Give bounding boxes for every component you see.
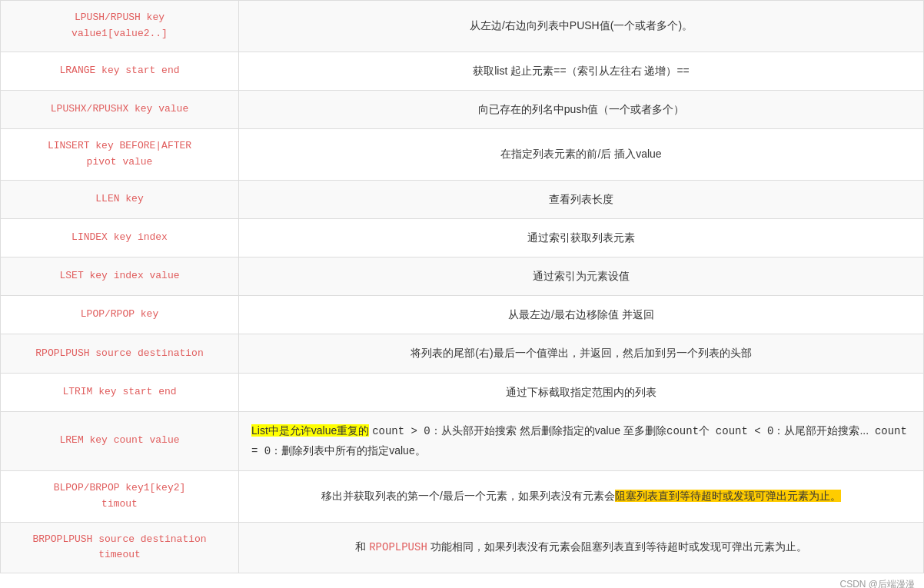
description-cell: 从左边/右边向列表中PUSH值(一个或者多个)。: [239, 1, 924, 52]
command-cell: BRPOPLPUSH source destination timeout: [1, 522, 239, 573]
table-row: LPUSHX/RPUSHX key value向已存在的列名中push值（一个或…: [1, 90, 924, 128]
table-row: LREM key count valueList中是允许value重复的 cou…: [1, 411, 924, 470]
table-row: LPOP/RPOP key从最左边/最右边移除值 并返回: [1, 296, 924, 334]
table-row: BLPOP/BRPOP key1[key2] timout移出并获取列表的第一个…: [1, 471, 924, 523]
table-row: LINDEX key index通过索引获取列表元素: [1, 218, 924, 257]
table-row: LRANGE key start end获取list 起止元素==（索引从左往右…: [1, 51, 924, 90]
table-row: LTRIM key start end通过下标截取指定范围内的列表: [1, 373, 924, 411]
table-row: LINSERT key BEFORE|AFTER pivot value在指定列…: [1, 128, 924, 180]
table-row: BRPOPLPUSH source destination timeout和 R…: [1, 522, 924, 573]
command-cell: LPOP/RPOP key: [1, 296, 239, 334]
command-cell: LLEN key: [1, 180, 239, 218]
footer-text: CSDN @后端漫漫: [0, 573, 924, 588]
description-cell: 将列表的尾部(右)最后一个值弹出，并返回，然后加到另一个列表的头部: [239, 334, 924, 373]
description-cell: 通过索引获取列表元素: [239, 218, 924, 257]
command-cell: LPUSHX/RPUSHX key value: [1, 90, 239, 128]
command-cell: LREM key count value: [1, 411, 239, 470]
description-cell: 移出并获取列表的第一个/最后一个元素，如果列表没有元素会阻塞列表直到等待超时或发…: [239, 471, 924, 523]
table-row: RPOPLPUSH source destination将列表的尾部(右)最后一…: [1, 334, 924, 373]
table-row: LLEN key查看列表长度: [1, 180, 924, 218]
command-cell: BLPOP/BRPOP key1[key2] timout: [1, 471, 239, 523]
description-cell: 在指定列表元素的前/后 插入value: [239, 128, 924, 180]
command-cell: LINDEX key index: [1, 218, 239, 257]
description-cell: List中是允许value重复的 count > 0：从头部开始搜索 然后删除指…: [239, 411, 924, 470]
description-cell: 向已存在的列名中push值（一个或者多个）: [239, 90, 924, 128]
command-cell: LINSERT key BEFORE|AFTER pivot value: [1, 128, 239, 180]
description-cell: 和 RPOPLPUSH 功能相同，如果列表没有元素会阻塞列表直到等待超时或发现可…: [239, 522, 924, 573]
description-cell: 获取list 起止元素==（索引从左往右 递增）==: [239, 51, 924, 90]
command-cell: LPUSH/RPUSH key value1[value2..]: [1, 1, 239, 52]
command-cell: LTRIM key start end: [1, 373, 239, 411]
description-cell: 查看列表长度: [239, 180, 924, 218]
command-cell: RPOPLPUSH source destination: [1, 334, 239, 373]
table-row: LPUSH/RPUSH key value1[value2..]从左边/右边向列…: [1, 1, 924, 52]
command-cell: LRANGE key start end: [1, 51, 239, 90]
command-cell: LSET key index value: [1, 257, 239, 295]
description-cell: 从最左边/最右边移除值 并返回: [239, 296, 924, 334]
description-cell: 通过下标截取指定范围内的列表: [239, 373, 924, 411]
description-cell: 通过索引为元素设值: [239, 257, 924, 295]
table-row: LSET key index value通过索引为元素设值: [1, 257, 924, 295]
